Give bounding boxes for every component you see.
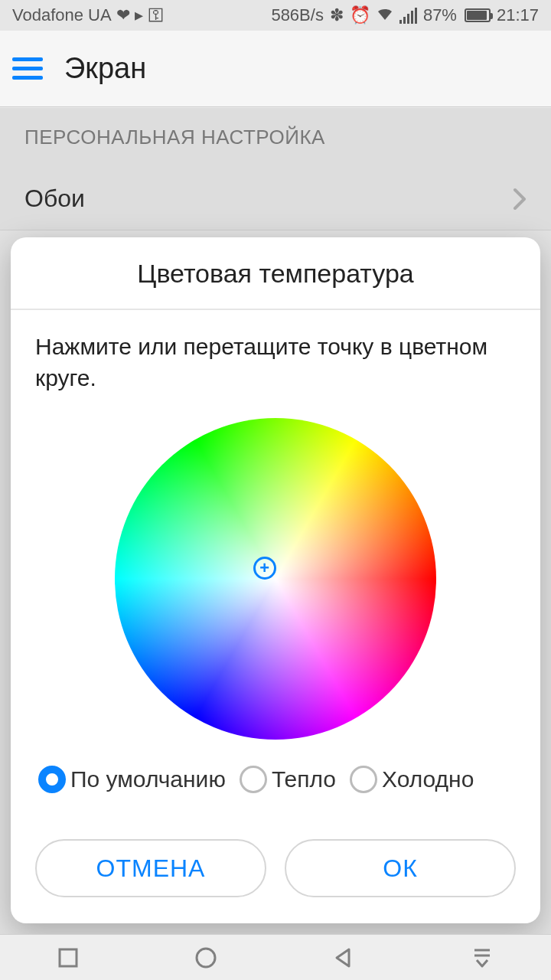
- svg-rect-1: [12, 67, 43, 70]
- page-title: Экран: [64, 52, 146, 85]
- dialog-title: Цветовая температура: [11, 237, 540, 310]
- status-bar: Vodafone UA ❤ ▸ ⚿ 586B/s ✽ ⏰ 87% 21:17: [0, 0, 551, 31]
- heart-icon: ❤: [116, 5, 130, 25]
- svg-point-4: [197, 949, 215, 967]
- radio-group: По умолчанию Тепло Холодно: [35, 761, 516, 801]
- signal-icon: [399, 8, 417, 24]
- svg-rect-3: [60, 949, 77, 966]
- radio-warm[interactable]: Тепло: [240, 766, 336, 793]
- back-icon[interactable]: [332, 946, 355, 969]
- battery-icon: [465, 8, 491, 22]
- color-wheel[interactable]: +: [115, 418, 436, 740]
- svg-rect-2: [12, 76, 43, 80]
- home-icon[interactable]: [194, 946, 217, 969]
- plugin-icon: ▸: [135, 5, 143, 25]
- alarm-icon: ⏰: [350, 5, 370, 25]
- radio-unselected-icon: [240, 766, 267, 793]
- cancel-button[interactable]: ОТМЕНА: [35, 839, 266, 897]
- radio-cold-label: Холодно: [382, 766, 474, 792]
- color-picker-crosshair-icon[interactable]: +: [253, 557, 276, 580]
- hamburger-menu-icon[interactable]: [12, 57, 43, 80]
- radio-default[interactable]: По умолчанию: [38, 766, 226, 793]
- wifi-icon: [377, 5, 393, 25]
- radio-warm-label: Тепло: [272, 766, 336, 792]
- radio-default-label: По умолчанию: [70, 766, 226, 792]
- color-temperature-dialog: Цветовая температура Нажмите или перетащ…: [11, 237, 540, 923]
- radio-unselected-icon: [350, 766, 377, 793]
- data-speed: 586B/s: [271, 5, 324, 25]
- recent-apps-icon[interactable]: [57, 947, 79, 969]
- bluetooth-icon: ✽: [330, 5, 344, 25]
- carrier-label: Vodafone UA: [12, 5, 112, 25]
- system-nav-bar: [0, 934, 551, 980]
- app-header: Экран: [0, 31, 551, 107]
- clock: 21:17: [497, 5, 539, 25]
- svg-rect-0: [12, 57, 43, 61]
- radio-selected-icon: [38, 766, 66, 793]
- dialog-instruction: Нажмите или перетащите точку в цветном к…: [35, 332, 516, 394]
- downloads-icon[interactable]: [471, 946, 494, 969]
- radio-cold[interactable]: Холодно: [350, 766, 474, 793]
- battery-percent: 87%: [423, 5, 457, 25]
- key-icon: ⚿: [148, 5, 165, 25]
- ok-button[interactable]: ОК: [285, 839, 516, 897]
